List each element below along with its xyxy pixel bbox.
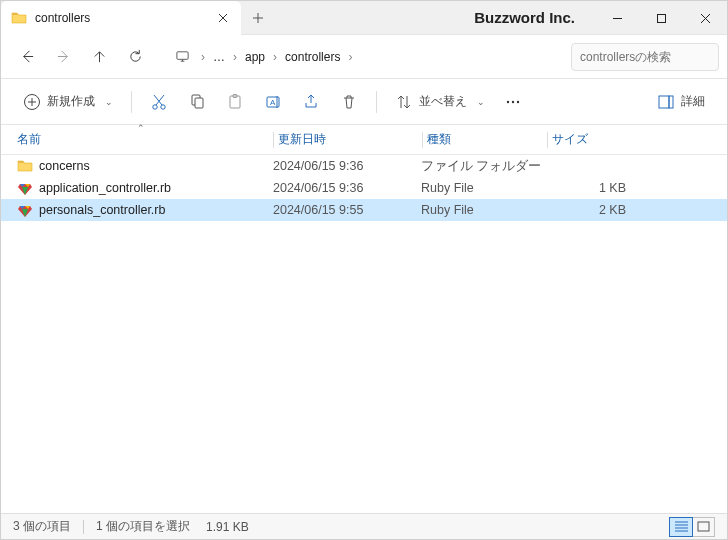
window: controllers Buzzword Inc. — [0, 0, 728, 540]
file-list: 名前 ⌃ 更新日時 種類 サイズ concerns2024/06/15 9:36… — [1, 125, 727, 513]
table-row[interactable]: application_controller.rb2024/06/15 9:36… — [1, 177, 727, 199]
sort-label: 並べ替え — [419, 93, 467, 110]
ruby-icon — [17, 202, 33, 218]
copy-button[interactable] — [180, 86, 214, 118]
sort-button[interactable]: 並べ替え ⌄ — [387, 86, 493, 118]
breadcrumb-more[interactable]: … — [211, 46, 227, 68]
close-button[interactable] — [683, 1, 727, 35]
details-label: 詳細 — [681, 93, 705, 110]
svg-rect-24 — [698, 522, 709, 531]
file-size: 2 KB — [546, 203, 646, 217]
minimize-button[interactable] — [595, 1, 639, 35]
file-size: 1 KB — [546, 181, 646, 195]
window-controls — [595, 1, 727, 34]
close-tab-button[interactable] — [215, 10, 231, 26]
svg-point-11 — [507, 100, 509, 102]
chevron-down-icon: ⌄ — [105, 97, 113, 107]
folder-icon — [11, 10, 27, 26]
folder-icon — [17, 158, 33, 174]
chevron-down-icon: ⌄ — [477, 97, 485, 107]
more-button[interactable] — [497, 86, 529, 118]
svg-rect-0 — [657, 14, 665, 22]
status-selection: 1 個の項目を選択 — [96, 518, 190, 535]
back-button[interactable] — [9, 39, 45, 75]
chevron-right-icon: › — [233, 50, 237, 64]
file-date: 2024/06/15 9:36 — [273, 181, 421, 195]
share-button[interactable] — [294, 86, 328, 118]
refresh-button[interactable] — [117, 39, 153, 75]
svg-point-13 — [517, 100, 519, 102]
svg-rect-14 — [659, 96, 669, 108]
file-date: 2024/06/15 9:55 — [273, 203, 421, 217]
col-date[interactable]: 更新日時 — [278, 131, 422, 148]
column-headers: 名前 ⌃ 更新日時 種類 サイズ — [1, 125, 727, 155]
svg-rect-6 — [195, 98, 203, 108]
col-name[interactable]: 名前 ⌃ — [17, 131, 273, 148]
chevron-right-icon: › — [273, 50, 277, 64]
sort-indicator-icon: ⌃ — [137, 123, 145, 133]
statusbar: 3 個の項目 1 個の項目を選択 1.91 KB — [1, 513, 727, 539]
chevron-right-icon: › — [201, 50, 205, 64]
up-button[interactable] — [81, 39, 117, 75]
col-size[interactable]: サイズ — [552, 131, 652, 148]
delete-button[interactable] — [332, 86, 366, 118]
svg-text:A: A — [270, 98, 276, 107]
file-type: Ruby File — [421, 203, 546, 217]
breadcrumb: › … › app › controllers › — [169, 39, 571, 75]
file-name: personals_controller.rb — [39, 203, 165, 217]
file-type: ファイル フォルダー — [421, 158, 546, 175]
maximize-button[interactable] — [639, 1, 683, 35]
tab-title: controllers — [35, 11, 215, 25]
svg-rect-1 — [176, 52, 187, 60]
file-date: 2024/06/15 9:36 — [273, 159, 421, 173]
col-type[interactable]: 種類 — [427, 131, 547, 148]
brand-title: Buzzword Inc. — [474, 9, 575, 26]
svg-point-4 — [161, 104, 165, 108]
table-row[interactable]: personals_controller.rb2024/06/15 9:55Ru… — [1, 199, 727, 221]
details-button[interactable]: 詳細 — [649, 86, 713, 118]
details-view-button[interactable] — [670, 518, 692, 536]
pc-icon[interactable] — [169, 39, 195, 75]
ruby-icon — [17, 180, 33, 196]
new-label: 新規作成 — [47, 93, 95, 110]
svg-rect-15 — [669, 96, 673, 108]
table-row[interactable]: concerns2024/06/15 9:36ファイル フォルダー — [1, 155, 727, 177]
window-tab[interactable]: controllers — [1, 1, 241, 35]
search-input[interactable] — [571, 43, 719, 71]
new-tab-button[interactable] — [241, 1, 275, 34]
status-count: 3 個の項目 — [13, 518, 71, 535]
file-type: Ruby File — [421, 181, 546, 195]
status-size: 1.91 KB — [206, 520, 249, 534]
paste-button[interactable] — [218, 86, 252, 118]
breadcrumb-item[interactable]: app — [243, 46, 267, 68]
file-name: application_controller.rb — [39, 181, 171, 195]
svg-point-12 — [512, 100, 514, 102]
chevron-right-icon: › — [348, 50, 352, 64]
navbar: › … › app › controllers › — [1, 35, 727, 79]
file-name: concerns — [39, 159, 90, 173]
breadcrumb-item[interactable]: controllers — [283, 46, 342, 68]
large-view-button[interactable] — [692, 518, 714, 536]
cut-button[interactable] — [142, 86, 176, 118]
toolbar: 新規作成 ⌄ A 並べ替え ⌄ — [1, 79, 727, 125]
svg-point-3 — [153, 104, 157, 108]
forward-button[interactable] — [45, 39, 81, 75]
rename-button[interactable]: A — [256, 86, 290, 118]
view-toggle — [669, 517, 715, 537]
titlebar: controllers Buzzword Inc. — [1, 1, 727, 35]
new-button[interactable]: 新規作成 ⌄ — [15, 86, 121, 118]
